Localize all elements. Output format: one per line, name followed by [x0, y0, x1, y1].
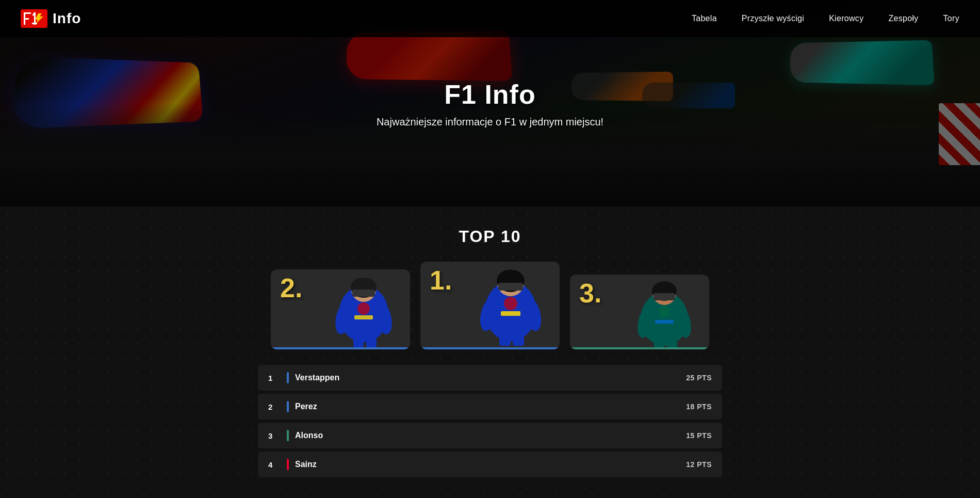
main-content: TOP 10 2.	[0, 206, 980, 498]
podium-card-2nd[interactable]: 2.	[271, 269, 410, 349]
alonso-silhouette	[619, 278, 709, 347]
svg-rect-36	[654, 342, 664, 347]
perez-silhouette	[317, 275, 410, 347]
standings-pos: 4	[268, 460, 281, 469]
nav-link-tracks[interactable]: Tory	[943, 14, 959, 23]
top10-title: TOP 10	[10, 227, 970, 246]
svg-rect-24	[501, 311, 520, 316]
standings-points: 25 PTS	[686, 374, 712, 382]
svg-rect-37	[667, 342, 677, 347]
podium-bar-1	[420, 347, 560, 349]
podium-card-3rd[interactable]: 3.	[570, 275, 709, 349]
standings-team-bar	[287, 430, 289, 441]
podium-number-2: 2.	[280, 275, 302, 301]
svg-rect-17	[366, 337, 377, 347]
standings-driver-name: Perez	[295, 402, 686, 411]
standings-driver-name: Sainz	[295, 460, 686, 469]
nav-links: Tabela Przyszłe wyścigi Kierowcy Zespoły…	[692, 14, 959, 23]
standings-team-bar	[287, 459, 289, 470]
nav-link-tabela[interactable]: Tabela	[692, 14, 717, 23]
standings-driver-name: Alonso	[295, 431, 686, 440]
svg-rect-11	[352, 290, 375, 297]
standings-row[interactable]: 3 Alonso 15 PTS	[258, 423, 722, 448]
standings-points: 18 PTS	[686, 403, 712, 411]
svg-rect-21	[498, 283, 523, 291]
podium-bar-2	[271, 347, 410, 349]
verstappen-silhouette	[462, 267, 560, 347]
svg-rect-26	[499, 334, 511, 346]
svg-point-25	[504, 297, 517, 310]
nav-title: Info	[53, 10, 81, 27]
svg-rect-27	[513, 334, 524, 346]
svg-rect-31	[654, 293, 675, 300]
podium-card-1st[interactable]: 1.	[420, 262, 560, 349]
hero-title: F1 Info	[377, 79, 603, 110]
standings-pos: 2	[268, 403, 281, 411]
standings-driver-name: Verstappen	[295, 373, 686, 382]
standings-team-bar	[287, 401, 289, 412]
navbar: Info Tabela Przyszłe wyścigi Kierowcy Ze…	[0, 0, 980, 37]
standings-row[interactable]: 2 Perez 18 PTS	[258, 394, 722, 420]
standings-row[interactable]: 4 Sainz 12 PTS	[258, 452, 722, 477]
f1-logo-icon	[21, 9, 47, 28]
standings-points: 12 PTS	[686, 460, 712, 469]
nav-link-teams[interactable]: Zespoły	[888, 14, 918, 23]
svg-rect-14	[354, 315, 373, 319]
standings-list: 1 Verstappen 25 PTS 2 Perez 18 PTS 3 Alo…	[258, 365, 722, 477]
standings-team-bar	[287, 372, 289, 383]
hero-content: F1 Info Najważniejsze informacje o F1 w …	[377, 79, 603, 128]
podium-number-1: 1.	[430, 267, 452, 294]
svg-rect-3	[24, 18, 29, 20]
standings-points: 15 PTS	[686, 431, 712, 440]
logo[interactable]: Info	[21, 9, 81, 28]
svg-rect-16	[353, 337, 364, 347]
standings-pos: 3	[268, 431, 281, 440]
hero-subtitle: Najważniejsze informacje o F1 w jednym m…	[377, 116, 603, 128]
nav-link-drivers[interactable]: Kierowcy	[829, 14, 863, 23]
standings-row[interactable]: 1 Verstappen 25 PTS	[258, 365, 722, 391]
svg-rect-34	[655, 320, 674, 324]
podium-number-3: 3.	[579, 280, 601, 307]
podium: 2.	[10, 262, 970, 349]
nav-link-races[interactable]: Przyszłe wyścigi	[742, 14, 804, 23]
standings-pos: 1	[268, 374, 281, 382]
svg-point-15	[357, 302, 370, 315]
svg-point-35	[659, 306, 670, 317]
podium-bar-3	[570, 347, 709, 349]
